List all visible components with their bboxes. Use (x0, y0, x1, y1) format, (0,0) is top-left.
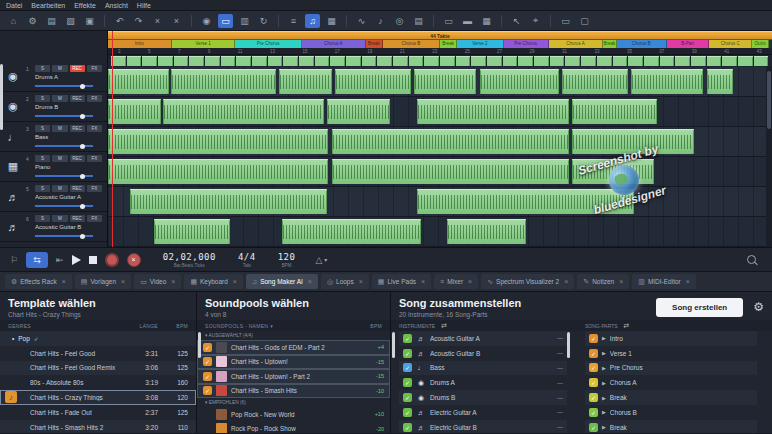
record-arm-button[interactable]: REC (70, 215, 85, 222)
close-icon[interactable]: × (62, 278, 66, 285)
close-icon[interactable]: × (359, 278, 363, 285)
solo-button[interactable]: S (35, 65, 50, 72)
close-icon[interactable]: × (619, 278, 623, 285)
tab-loops[interactable]: ◎Loops× (321, 274, 369, 289)
menu-effekte[interactable]: Effekte (74, 2, 96, 9)
template-row[interactable]: 80s - Absolute 80s3:19160 (0, 375, 196, 390)
tempo[interactable]: 120 BPM (278, 252, 296, 268)
options-dash[interactable]: — (557, 424, 563, 430)
section-pre-chorus[interactable]: Pre Chorus (504, 40, 549, 48)
record-cancel-button[interactable]: × (127, 253, 141, 267)
instrument-row[interactable]: ✓♬Acoustic Guitar B— (399, 346, 567, 361)
instruments-scrollbar[interactable] (392, 332, 395, 358)
audio-clip[interactable] (572, 129, 694, 154)
audio-clip[interactable] (130, 189, 327, 214)
pattern-grid-icon[interactable]: ▦ (324, 14, 339, 28)
audio-clip[interactable] (447, 219, 526, 244)
mixer-grid-icon[interactable]: ▦ (479, 14, 494, 28)
soundpools-scrollbar[interactable] (198, 332, 201, 358)
waveform-icon[interactable]: ∿ (354, 14, 369, 28)
tab-mixer[interactable]: ≡Mixer× (434, 274, 478, 289)
mute-button[interactable]: M (52, 125, 67, 132)
files-icon[interactable]: ▤ (411, 14, 426, 28)
time-signature[interactable]: 4/4 Takt (238, 252, 256, 268)
genre-row-pop[interactable]: • Pop ✓ (0, 331, 196, 346)
soundpool-group-header[interactable]: ▾ EMPFOHLEN (6) (197, 398, 390, 407)
chat-icon[interactable]: ▭ (558, 14, 573, 28)
checkbox[interactable]: ✓ (589, 378, 598, 387)
metronome-button[interactable]: △ ▾ (315, 255, 327, 265)
section-chorus-c[interactable]: Chorus C (709, 40, 751, 48)
section-break[interactable]: Break (603, 40, 616, 48)
volume-slider-thumb[interactable] (80, 114, 85, 119)
template-row[interactable]: Chart Hits - Feel Good Remix3:06125 (0, 361, 196, 376)
volume-slider-thumb[interactable] (80, 84, 85, 89)
undo-icon[interactable]: ↶ (112, 14, 127, 28)
tab-keyboard[interactable]: ▦Keyboard× (184, 274, 243, 289)
audio-clip[interactable] (572, 159, 654, 184)
close-icon[interactable]: × (564, 278, 568, 285)
section-break[interactable]: Break (366, 40, 383, 48)
zoom-icon[interactable] (747, 255, 756, 264)
delete-icon[interactable]: × (169, 14, 184, 28)
cut-icon[interactable]: × (150, 14, 165, 28)
arranger-scrollbar[interactable] (766, 67, 772, 247)
soundpool-row[interactable]: Pop Rock - New World+10 (197, 407, 390, 422)
section-intro[interactable]: Intro (108, 40, 172, 48)
audio-clip[interactable] (480, 69, 559, 94)
song-part-row[interactable]: ✓▶Break (585, 420, 757, 433)
checkbox[interactable] (203, 424, 212, 433)
tab-video[interactable]: ▭Video× (134, 274, 181, 289)
soundpool-row[interactable]: Rock Pop - Rock Show-20 (197, 422, 390, 434)
song-part-row[interactable]: ✓▶Pre Chorus (585, 361, 757, 376)
audio-clip[interactable] (707, 69, 733, 94)
checkbox[interactable]: ✓ (403, 349, 412, 358)
audio-clip[interactable] (108, 159, 328, 184)
instrument-row[interactable]: ✓♬Electric Guitar A— (399, 405, 567, 420)
checkbox[interactable]: ✓ (589, 423, 598, 432)
track-header-piano[interactable]: ▦4SMRECFXPiano (0, 152, 107, 182)
audio-clip[interactable] (108, 69, 169, 94)
volume-slider[interactable] (35, 234, 93, 238)
checkbox[interactable]: ✓ (203, 357, 212, 366)
soundpool-group-header[interactable]: ▾ AUSGEWÄHLT (4/4) (197, 331, 390, 340)
options-dash[interactable]: — (557, 365, 563, 371)
fx-button[interactable]: FX (87, 155, 102, 162)
record-arm-button[interactable]: REC (70, 65, 85, 72)
track-header-drums-a[interactable]: ◉1SMRECFXDrums A (0, 62, 107, 92)
options-dash[interactable]: — (557, 395, 563, 401)
fx-button[interactable]: FX (87, 185, 102, 192)
audio-clip[interactable] (562, 69, 628, 94)
section-verse-2[interactable]: Verse 2 (457, 40, 503, 48)
mute-button[interactable]: M (52, 155, 67, 162)
template-row[interactable]: Chart Hits - Smash Hits 23:20110 (0, 420, 196, 433)
instrument-row[interactable]: ✓♬Electric Guitar B— (399, 420, 567, 433)
monitor-icon[interactable]: ▭ (441, 14, 456, 28)
volume-slider-thumb[interactable] (80, 234, 85, 239)
audio-clip[interactable] (171, 69, 276, 94)
effects-icon[interactable]: ◎ (392, 14, 407, 28)
checkbox[interactable] (203, 410, 212, 419)
checkbox[interactable]: ✓ (403, 408, 412, 417)
record-arm-button[interactable]: REC (70, 155, 85, 162)
template-row[interactable]: Chart Hits - Feel Good3:31125 (0, 346, 196, 361)
audio-clip[interactable] (414, 69, 477, 94)
checkbox[interactable]: ✓ (403, 378, 412, 387)
section-pre-chorus[interactable]: Pre Chorus (235, 40, 301, 48)
record-icon[interactable]: ◉ (199, 14, 214, 28)
volume-slider[interactable] (35, 174, 93, 178)
audio-clip[interactable] (417, 99, 568, 124)
track-header-drums-b[interactable]: ◉2SMRECFXDrums B (0, 92, 107, 122)
audio-clip[interactable] (327, 99, 390, 124)
section-b-part[interactable]: B-Part (667, 40, 709, 48)
options-dash[interactable]: — (557, 350, 563, 356)
shuffle-instruments-icon[interactable]: ⇄ (441, 322, 447, 330)
song-part-row[interactable]: ✓▶Chorus A (585, 375, 757, 390)
soundpool-row[interactable]: ✓Chart Hits - Uptown! - Part 2-15 (197, 369, 390, 384)
section-chorus-b[interactable]: Chorus B (617, 40, 667, 48)
volume-slider[interactable] (35, 114, 93, 118)
loop-button[interactable]: ⇆ (26, 252, 48, 268)
menu-hilfe[interactable]: Hilfe (137, 2, 151, 9)
play-button[interactable] (72, 255, 81, 265)
checkbox[interactable]: ✓ (403, 393, 412, 402)
